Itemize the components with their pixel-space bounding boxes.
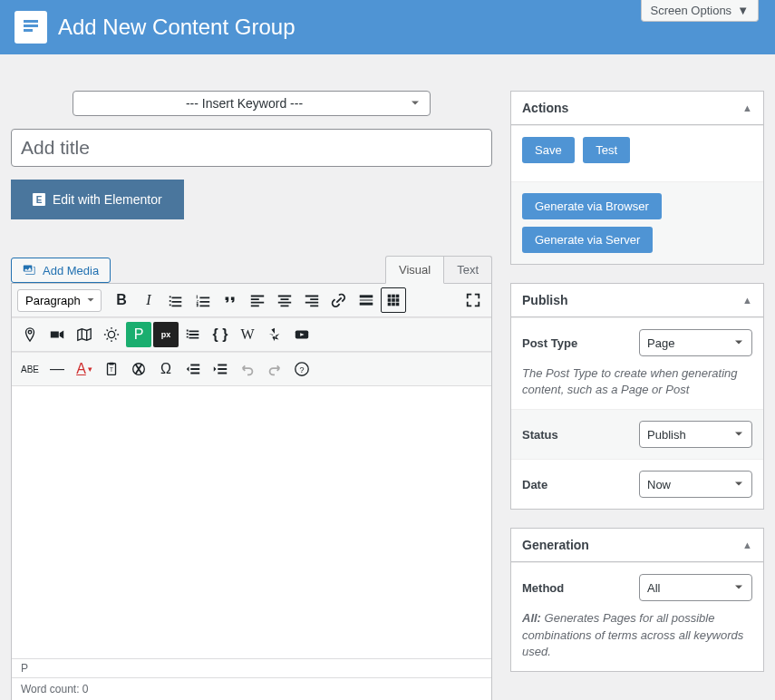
paste-text-icon[interactable]: T bbox=[99, 356, 124, 382]
strikethrough-icon[interactable]: ABE bbox=[17, 356, 43, 382]
tab-visual[interactable]: Visual bbox=[385, 256, 444, 284]
edit-with-elementor-button[interactable]: E Edit with Elementor bbox=[11, 180, 184, 219]
youtube-icon[interactable] bbox=[289, 322, 315, 347]
video-directions-icon[interactable] bbox=[44, 322, 70, 347]
horizontal-rule-icon[interactable]: — bbox=[44, 356, 70, 382]
editor-content-area[interactable] bbox=[12, 386, 491, 658]
svg-text:?: ? bbox=[299, 365, 304, 374]
actions-metabox: Actions ▲ Save Test Generate via Browser… bbox=[510, 91, 764, 265]
editor: Paragraph B I P px bbox=[11, 283, 492, 700]
method-label: Method bbox=[522, 581, 564, 595]
wikipedia-icon[interactable]: W bbox=[235, 322, 260, 347]
status-select[interactable]: Publish bbox=[639, 421, 752, 448]
help-icon[interactable]: ? bbox=[289, 356, 315, 382]
map-icon[interactable] bbox=[72, 322, 97, 347]
title-input[interactable] bbox=[11, 129, 492, 167]
generation-metabox: Generation ▲ Method All All: Generates P… bbox=[510, 528, 764, 672]
editor-toolbar-row1: Paragraph B I bbox=[12, 284, 491, 317]
fullscreen-icon[interactable] bbox=[460, 287, 486, 313]
media-icon bbox=[23, 263, 37, 277]
save-button[interactable]: Save bbox=[522, 137, 575, 163]
page-header-icon bbox=[15, 11, 47, 44]
screen-options-toggle[interactable]: Screen Options ▼ bbox=[641, 0, 759, 22]
pixabay-icon[interactable]: px bbox=[153, 322, 179, 347]
method-help: All: Generates Pages for all possible co… bbox=[522, 610, 752, 660]
bulleted-list-icon[interactable] bbox=[163, 287, 189, 313]
post-type-label: Post Type bbox=[522, 336, 577, 350]
outdent-icon[interactable] bbox=[180, 356, 206, 382]
actions-metabox-header[interactable]: Actions ▲ bbox=[511, 92, 763, 125]
editor-toolbar-row2: P px { } W bbox=[12, 317, 491, 352]
svg-rect-0 bbox=[388, 295, 392, 298]
special-character-icon[interactable]: Ω bbox=[153, 356, 179, 382]
editor-toolbar-row3: ABE — A▾ T Ω ? bbox=[12, 352, 491, 386]
post-type-select[interactable]: Page bbox=[639, 329, 752, 356]
insert-more-icon[interactable] bbox=[354, 287, 379, 313]
chevron-up-icon: ▲ bbox=[742, 102, 752, 113]
align-right-icon[interactable] bbox=[299, 287, 325, 313]
indent-icon[interactable] bbox=[208, 356, 233, 382]
svg-rect-8 bbox=[396, 303, 400, 306]
publish-metabox: Publish ▲ Post Type Page The Post Type t… bbox=[510, 283, 764, 510]
yelp-icon[interactable] bbox=[262, 322, 287, 347]
svg-rect-1 bbox=[392, 295, 395, 298]
post-type-help: The Post Type to create when generating … bbox=[522, 365, 752, 398]
date-label: Date bbox=[522, 478, 547, 491]
editor-breadcrumb[interactable]: P bbox=[12, 659, 491, 678]
chevron-down-icon: ▼ bbox=[737, 4, 749, 17]
redo-icon[interactable] bbox=[262, 356, 287, 382]
map-pin-icon[interactable] bbox=[17, 322, 43, 347]
date-select[interactable]: Now bbox=[639, 471, 752, 498]
numbered-list-icon[interactable] bbox=[190, 287, 216, 313]
text-color-icon[interactable]: A▾ bbox=[72, 356, 97, 382]
chevron-up-icon: ▲ bbox=[742, 540, 752, 550]
undo-icon[interactable] bbox=[235, 356, 260, 382]
screen-options-label: Screen Options bbox=[651, 4, 732, 17]
italic-icon[interactable]: I bbox=[136, 287, 161, 313]
link-icon[interactable] bbox=[326, 287, 352, 313]
bold-icon[interactable]: B bbox=[109, 287, 134, 313]
align-center-icon[interactable] bbox=[272, 287, 297, 313]
code-icon[interactable]: { } bbox=[208, 322, 233, 347]
word-count: Word count: 0 bbox=[12, 678, 491, 700]
weather-icon[interactable] bbox=[99, 322, 124, 347]
add-media-button[interactable]: Add Media bbox=[11, 258, 111, 283]
generate-via-browser-button[interactable]: Generate via Browser bbox=[522, 193, 662, 219]
tab-text[interactable]: Text bbox=[444, 256, 492, 283]
related-links-icon[interactable] bbox=[180, 322, 206, 347]
method-select[interactable]: All bbox=[639, 574, 752, 601]
align-left-icon[interactable] bbox=[245, 287, 270, 313]
pexels-icon[interactable]: P bbox=[126, 322, 151, 347]
svg-rect-7 bbox=[392, 303, 395, 306]
toolbar-toggle-icon[interactable] bbox=[381, 287, 406, 313]
clear-formatting-icon[interactable] bbox=[126, 356, 151, 382]
page-header: Add New Content Group Screen Options ▼ bbox=[0, 0, 775, 54]
test-button[interactable]: Test bbox=[583, 137, 630, 163]
svg-text:T: T bbox=[110, 366, 113, 373]
svg-rect-6 bbox=[388, 303, 392, 306]
svg-rect-3 bbox=[388, 298, 392, 302]
block-format-select[interactable]: Paragraph bbox=[17, 289, 102, 312]
svg-point-9 bbox=[108, 331, 114, 337]
generate-via-server-button[interactable]: Generate via Server bbox=[522, 227, 653, 253]
status-label: Status bbox=[522, 428, 558, 442]
svg-rect-2 bbox=[396, 295, 400, 298]
svg-rect-5 bbox=[396, 298, 400, 302]
page-title: Add New Content Group bbox=[58, 15, 295, 40]
elementor-icon: E bbox=[33, 193, 45, 206]
generation-metabox-header[interactable]: Generation ▲ bbox=[511, 529, 763, 562]
blockquote-icon[interactable] bbox=[218, 287, 243, 313]
svg-rect-12 bbox=[109, 363, 113, 365]
insert-keyword-select[interactable]: --- Insert Keyword --- bbox=[73, 91, 431, 116]
publish-metabox-header[interactable]: Publish ▲ bbox=[511, 284, 763, 317]
svg-rect-4 bbox=[392, 298, 395, 302]
chevron-up-icon: ▲ bbox=[742, 295, 752, 306]
editor-mode-tabs: Visual Text bbox=[385, 256, 492, 283]
